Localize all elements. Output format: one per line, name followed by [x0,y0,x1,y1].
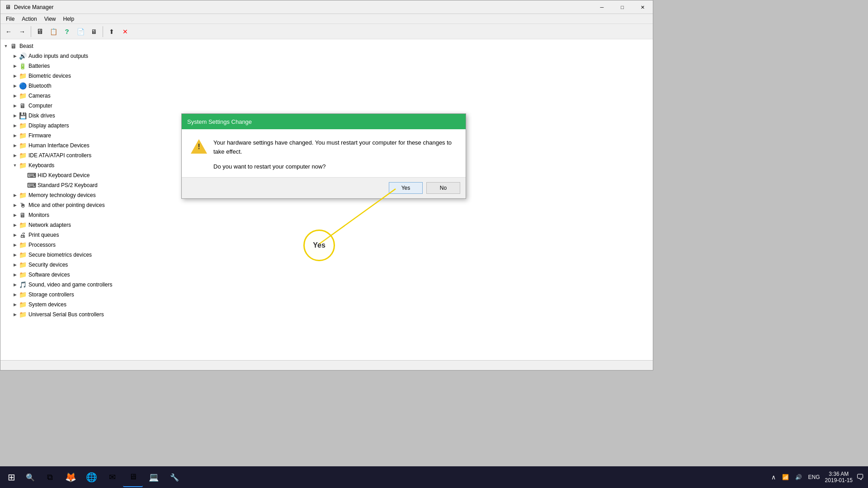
dialog-question: Do you want to restart your computer now… [213,163,457,170]
dialog-footer: Yes No [182,177,466,198]
dialog-body: ! Your hardware settings have changed. Y… [182,129,466,177]
dialog-title-bar: System Settings Change [182,114,466,129]
taskbar-mail[interactable]: ✉ [102,467,122,487]
taskbar-tray: ∧ 📶 🔊 ENG 3:36 AM 2019-01-15 🗨 [770,471,868,483]
taskbar: ⊞ 🔍 ⧉ 🦊 🌐 ✉ 🖥 💻 🔧 ∧ 📶 🔊 ENG 3:36 AM 2019… [0,466,868,488]
taskbar-apps: ⧉ 🦊 🌐 ✉ 🖥 💻 🔧 [40,467,184,487]
yes-button[interactable]: Yes [389,182,423,194]
taskbar-time-text: 3:36 AM [825,471,853,477]
no-button[interactable]: No [426,182,460,194]
dialog-overlay: System Settings Change ! Your hardware s… [0,0,653,370]
device-manager-window: 🖥 Device Manager ─ □ ✕ File Action View … [0,0,653,371]
start-button[interactable]: ⊞ [0,466,23,488]
system-settings-dialog: System Settings Change ! Your hardware s… [181,113,466,199]
warning-exclamation: ! [198,142,200,151]
taskbar-date-text: 2019-01-15 [825,477,853,483]
search-button[interactable]: 🔍 [23,469,38,485]
tray-chevron[interactable]: ∧ [770,474,777,481]
warning-icon: ! [191,138,207,155]
dialog-message-line2: take effect. [213,147,452,156]
annotation-circle: Yes [303,230,335,261]
taskbar-chrome[interactable]: 🌐 [81,467,101,487]
taskbar-notification[interactable]: 🗨 [856,473,864,482]
dialog-title-text: System Settings Change [187,118,252,125]
taskbar-task-view[interactable]: ⧉ [40,467,60,487]
dialog-message-line1: Your hardware settings have changed. You… [213,138,452,147]
taskbar-datetime: 3:36 AM 2019-01-15 [825,471,853,483]
taskbar-extra-app[interactable]: 🔧 [165,467,184,487]
tray-language: ENG [807,474,821,480]
taskbar-device-manager[interactable]: 🖥 [123,467,143,487]
annotation-label: Yes [313,241,326,249]
dialog-text-block: Your hardware settings have changed. You… [213,138,452,156]
tray-network: 📶 [781,474,790,480]
taskbar-firefox[interactable]: 🦊 [61,467,80,487]
dialog-message-row: ! Your hardware settings have changed. Y… [191,138,457,156]
taskbar-powershell[interactable]: 💻 [144,467,164,487]
tray-volume: 🔊 [794,474,803,480]
